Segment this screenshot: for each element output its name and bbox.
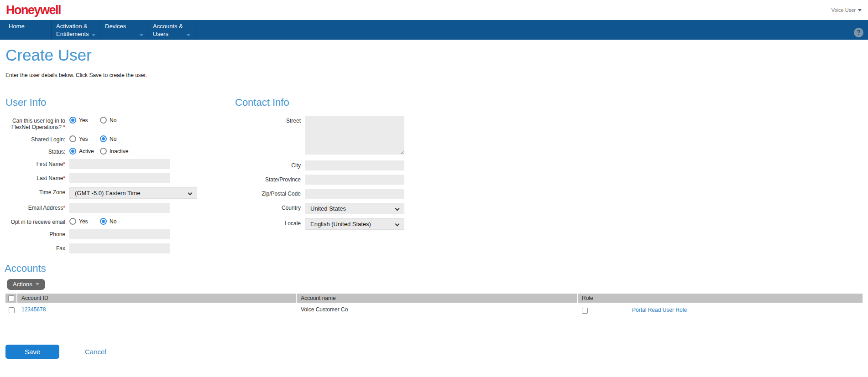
- fax-field[interactable]: [69, 243, 170, 253]
- column-header-role[interactable]: Role: [578, 295, 863, 301]
- chevron-down-icon: [858, 9, 862, 11]
- flexnet-yes-radio[interactable]: Yes: [69, 117, 100, 124]
- dropdown-arrow-icon: [36, 283, 39, 285]
- top-header: Honeywell Voice User: [0, 0, 868, 20]
- radio-selected-icon: [69, 148, 76, 155]
- required-asterisk: *: [63, 205, 65, 211]
- main-navbar: Home Activation & Entitlements Devices A…: [0, 20, 868, 40]
- nav-item-accounts-users[interactable]: Accounts & Users: [148, 20, 195, 40]
- required-asterisk: *: [63, 124, 65, 130]
- form-columns: User Info Can this user log in to FlexNe…: [0, 97, 868, 253]
- radio-selected-icon: [100, 135, 107, 142]
- shared-login-no-radio[interactable]: No: [100, 135, 131, 142]
- status-active-radio[interactable]: Active: [69, 148, 100, 155]
- column-header-account-id[interactable]: Account ID: [17, 294, 297, 303]
- locale-value: English (United States): [310, 221, 371, 227]
- radio-unselected-icon: [100, 148, 107, 155]
- nav-item-home[interactable]: Home: [0, 20, 52, 40]
- accounts-heading: Accounts: [5, 263, 868, 274]
- country-value: United States: [310, 205, 346, 212]
- fax-label: Fax: [0, 243, 69, 252]
- nav-item-devices[interactable]: Devices: [100, 20, 148, 40]
- required-asterisk: *: [63, 175, 65, 181]
- locale-select[interactable]: English (United States): [305, 218, 404, 230]
- role-link[interactable]: Portal Read User Role: [632, 307, 687, 313]
- contact-info-heading: Contact Info: [235, 97, 404, 108]
- time-zone-select[interactable]: (GMT -5.0) Eastern Time: [69, 187, 197, 199]
- zip-field[interactable]: [305, 189, 404, 199]
- zip-label: Zip/Postal Code: [235, 189, 305, 197]
- account-id-link[interactable]: 12345678: [21, 306, 46, 313]
- nav-item-label: Devices: [105, 23, 126, 30]
- street-field[interactable]: [305, 116, 404, 155]
- flexnet-no-radio[interactable]: No: [100, 117, 131, 124]
- opt-in-no-radio[interactable]: No: [100, 218, 131, 225]
- email-label: Email Address*: [0, 203, 69, 211]
- city-label: City: [235, 160, 305, 169]
- phone-field[interactable]: [69, 229, 170, 239]
- role-checkbox[interactable]: [582, 308, 588, 314]
- first-name-field[interactable]: [69, 159, 170, 169]
- flexnet-login-radio-group: Yes No: [69, 116, 230, 124]
- opt-in-label: Opt in to receive email: [0, 217, 69, 225]
- opt-in-radio-group: Yes No: [69, 217, 230, 225]
- accounts-section: Accounts Actions Account ID Account name…: [0, 263, 868, 314]
- status-inactive-radio[interactable]: Inactive: [100, 148, 131, 155]
- shared-login-radio-group: Yes No: [69, 134, 230, 142]
- footer-actions: Save Cancel: [5, 345, 868, 359]
- accounts-table: Account ID Account name Role 12345678 Vo…: [5, 294, 863, 314]
- cancel-link[interactable]: Cancel: [85, 348, 106, 356]
- nav-item-activation-entitlements[interactable]: Activation & Entitlements: [52, 20, 100, 40]
- chevron-down-icon: [188, 191, 193, 196]
- radio-unselected-icon: [100, 117, 107, 124]
- locale-label: Locale: [235, 218, 305, 227]
- help-icon[interactable]: ?: [854, 28, 863, 37]
- country-label: Country: [235, 203, 305, 211]
- street-label: Street: [235, 116, 305, 124]
- user-info-heading: User Info: [5, 97, 230, 108]
- nav-item-label: Accounts & Users: [153, 23, 183, 37]
- user-menu-label: Voice User: [831, 7, 856, 13]
- city-field[interactable]: [305, 160, 404, 170]
- accounts-table-header: Account ID Account name Role: [5, 294, 863, 303]
- country-select[interactable]: United States: [305, 203, 404, 214]
- dropdown-arrow-icon: [186, 34, 191, 36]
- email-field[interactable]: [69, 203, 170, 213]
- last-name-field[interactable]: [69, 173, 170, 183]
- honeywell-logo: Honeywell: [6, 3, 61, 17]
- column-header-account-name[interactable]: Account name: [297, 294, 578, 303]
- radio-selected-icon: [100, 218, 107, 225]
- contact-info-section: Contact Info Street City State/Province …: [235, 97, 404, 230]
- time-zone-value: (GMT -5.0) Eastern Time: [75, 190, 141, 196]
- actions-button[interactable]: Actions: [7, 279, 45, 290]
- user-info-section: User Info Can this user log in to FlexNe…: [0, 97, 230, 253]
- flexnet-login-label: Can this user log in to FlexNet Operatio…: [0, 116, 69, 130]
- last-name-label: Last Name*: [0, 173, 69, 181]
- page-title: Create User: [5, 46, 868, 64]
- required-asterisk: *: [63, 161, 65, 167]
- table-row: 12345678 Voice Customer Co Portal Read U…: [5, 303, 863, 314]
- actions-button-label: Actions: [13, 281, 32, 288]
- shared-login-yes-radio[interactable]: Yes: [69, 135, 100, 142]
- role-cell: Portal Read User Role: [578, 306, 863, 314]
- shared-login-label: Shared Login:: [0, 134, 69, 143]
- radio-selected-icon: [69, 117, 76, 124]
- state-field[interactable]: [305, 175, 404, 185]
- chevron-down-icon: [395, 207, 400, 211]
- dropdown-arrow-icon: [91, 34, 96, 36]
- first-name-label: First Name*: [0, 159, 69, 167]
- nav-item-label: Activation & Entitlements: [56, 23, 89, 37]
- save-button[interactable]: Save: [5, 345, 59, 359]
- phone-label: Phone: [0, 229, 69, 238]
- opt-in-yes-radio[interactable]: Yes: [69, 218, 100, 225]
- nav-item-label: Home: [9, 23, 25, 30]
- user-menu[interactable]: Voice User: [831, 7, 862, 13]
- row-checkbox[interactable]: [9, 307, 15, 313]
- page-subtitle: Enter the user details below. Click Save…: [5, 72, 868, 78]
- select-all-checkbox[interactable]: [8, 295, 14, 301]
- status-radio-group: Active Inactive: [69, 147, 230, 155]
- account-name-cell: Voice Customer Co: [297, 306, 578, 313]
- time-zone-label: Time Zone: [0, 187, 69, 196]
- status-label: Status:: [0, 147, 69, 155]
- radio-unselected-icon: [69, 135, 76, 142]
